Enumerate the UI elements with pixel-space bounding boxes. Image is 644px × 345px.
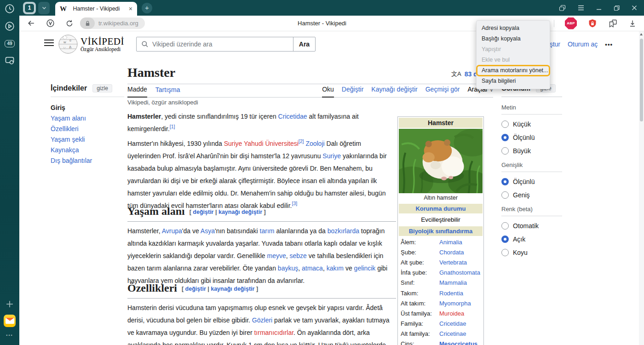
appearance-panel: Görünüm gizle Metin Küçük Ölçünlü Büyük … — [501, 84, 562, 256]
article-title: Hamster — [127, 65, 175, 80]
tab-group-chevron-icon[interactable] — [38, 2, 50, 14]
radio-icon[interactable] — [501, 121, 509, 128]
toc-item-dis-baglantilar[interactable]: Dış bağlantılar — [51, 155, 124, 166]
wikipedia-logo[interactable]: WΩあい — [58, 34, 78, 56]
classification-header[interactable]: Biyolojik sınıflandırma — [399, 226, 483, 236]
intro-paragraph-1: Hamsterler, yedi cinste sınıflandırılmış… — [127, 110, 396, 135]
view-kaynagi-degistir[interactable]: Kaynağı değiştir — [371, 86, 417, 97]
edit-links[interactable]: [ değiştir | kaynağı değiştir ] — [182, 286, 258, 292]
minimize-icon[interactable] — [596, 5, 602, 11]
history-icon[interactable] — [4, 3, 16, 15]
browser-menu-icon[interactable] — [577, 5, 585, 11]
collections-icon[interactable] — [608, 19, 618, 28]
v-protect-icon[interactable] — [46, 19, 55, 28]
radio-icon-selected[interactable] — [501, 178, 509, 185]
radio-koyu[interactable]: Koyu — [501, 249, 562, 256]
toc-item-ozellikleri[interactable]: Özellikleri — [51, 124, 124, 134]
tab-counter-badge[interactable]: 49 — [4, 38, 16, 50]
nav-buttons — [27, 19, 74, 28]
radio-icon[interactable] — [501, 191, 509, 199]
menu-item-basligi-kopyala[interactable]: Başlığı kopyala — [477, 34, 550, 44]
refresh-icon[interactable] — [65, 19, 74, 28]
wiki-subtitle-text: Özgür Ansiklopedi — [80, 46, 124, 52]
infobox-title: Hamster — [399, 118, 483, 128]
menu-item-sayfa-bilgileri[interactable]: Sayfa bilgileri — [477, 76, 550, 86]
view-oku[interactable]: Oku — [322, 86, 334, 98]
view-gecmisi-gor[interactable]: Geçmişi gör — [426, 86, 460, 97]
sidebar-more-icon[interactable]: ••• — [4, 329, 16, 341]
play-media-icon[interactable] — [4, 20, 16, 32]
table-row: Şube:Chordata — [399, 247, 483, 257]
address-bar[interactable]: tr.wikipedia.org — [80, 17, 145, 29]
radio-olcunlu-metin[interactable]: Ölçünlü — [501, 134, 562, 141]
hamster-photo[interactable] — [399, 129, 483, 193]
tab-tartisma[interactable]: Tartışma — [155, 86, 180, 97]
table-row: Cins:Mesocricetus — [399, 339, 483, 345]
screen-share-icon[interactable] — [4, 54, 16, 66]
group-label-metin: Metin — [501, 104, 562, 115]
scrollbar-thumb[interactable] — [640, 39, 643, 121]
menu-item-arama-motorlarini-yonet[interactable]: Arama motorlarını yönet... — [477, 65, 550, 76]
adblock-plus-icon[interactable]: ABP — [565, 17, 577, 29]
sign-in-link[interactable]: Oturum aç — [568, 40, 598, 48]
browser-sidebar: 49 ••• — [0, 0, 19, 345]
toc-hide-button[interactable]: gizle — [92, 84, 112, 92]
yandex-mail-icon[interactable] — [4, 315, 16, 327]
restore-icon[interactable] — [613, 5, 620, 12]
table-of-contents: İçindekiler gizle Giriş Yaşam alanı Özel… — [51, 84, 124, 166]
view-degistir[interactable]: Değiştir — [342, 86, 363, 97]
scroll-up-arrow[interactable] — [640, 33, 643, 35]
toc-item-giris[interactable]: Giriş — [51, 103, 124, 113]
tab-madde[interactable]: Madde — [127, 86, 147, 98]
toc-item-yasam-alani[interactable]: Yaşam alanı — [51, 113, 124, 124]
radio-icon-selected[interactable] — [501, 134, 509, 141]
menu-item-adresi-kopyala[interactable]: Adresi kopyala — [477, 23, 550, 34]
search-input[interactable] — [152, 40, 293, 48]
radio-otomatik[interactable]: Otomatik — [501, 222, 562, 230]
table-row: Alt takım:Myomorpha — [399, 298, 483, 308]
tab-group-button[interactable]: 1 — [23, 2, 36, 14]
radio-olcunlu-genislik[interactable]: Ölçünlü — [501, 178, 562, 185]
active-tab[interactable]: W Hamster - Vikipedi × — [55, 2, 137, 16]
close-tab-icon[interactable]: × — [126, 5, 132, 12]
search-submit-button[interactable]: Ara — [293, 37, 315, 51]
radio-icon[interactable] — [501, 147, 509, 155]
lock-icon[interactable] — [80, 17, 95, 29]
wiki-menu-icon[interactable] — [44, 40, 54, 46]
wiki-wordmark[interactable]: Vİkİpedİ Özgür Ansiklopedi — [80, 36, 124, 52]
side-panel-icon[interactable] — [558, 4, 566, 12]
svg-text:あ: あ — [69, 46, 72, 49]
radio-acik[interactable]: Açık — [501, 236, 562, 243]
table-row: Âlem:Animalia — [399, 237, 483, 247]
radio-icon[interactable] — [501, 222, 509, 230]
toolbar-right-icons: ⋮ ABP — [536, 17, 637, 29]
personal-more-icon[interactable]: ••• — [605, 41, 613, 48]
back-icon[interactable] — [27, 19, 35, 28]
add-panel-icon[interactable] — [4, 298, 16, 310]
window-controls — [558, 4, 638, 12]
radio-icon[interactable] — [501, 249, 509, 256]
shield-lock-icon[interactable] — [587, 18, 598, 29]
menu-item-ekle-ve-bul: Ekle ve bul — [477, 55, 550, 65]
new-tab-button[interactable]: + — [142, 3, 152, 13]
toc-item-kaynakca[interactable]: Kaynakça — [51, 145, 124, 155]
intro-paragraph-2: Hamster'ın hikâyesi, 1930 yılında Suriye… — [127, 138, 396, 212]
table-row: Alt şube:Vertebrata — [399, 257, 483, 267]
section-rule — [127, 221, 396, 222]
taxonomy-table: Âlem:Animalia Şube:Chordata Alt şube:Ver… — [399, 237, 483, 345]
radio-buyuk[interactable]: Büyük — [501, 147, 562, 155]
table-row: Üst familya:Muroidea — [399, 308, 483, 318]
table-row: Familya:Cricetidae — [399, 319, 483, 329]
close-window-icon[interactable] — [631, 5, 638, 11]
wikipedia-favicon: W — [60, 5, 67, 13]
status-value: Evcilleştirebilir — [399, 214, 483, 226]
edit-links[interactable]: [ değiştir | kaynağı değiştir ] — [190, 209, 266, 215]
radio-icon-selected[interactable] — [501, 236, 509, 243]
table-row: Takım:Rodentia — [399, 288, 483, 298]
toc-item-yasam-sekli[interactable]: Yaşam şekli — [51, 134, 124, 145]
download-icon[interactable] — [628, 19, 637, 28]
radio-genis[interactable]: Geniş — [501, 191, 562, 199]
radio-kucuk[interactable]: Küçük — [501, 121, 562, 128]
toc-title: İçindekiler — [51, 84, 87, 92]
status-header[interactable]: Korunma durumu — [399, 204, 483, 213]
